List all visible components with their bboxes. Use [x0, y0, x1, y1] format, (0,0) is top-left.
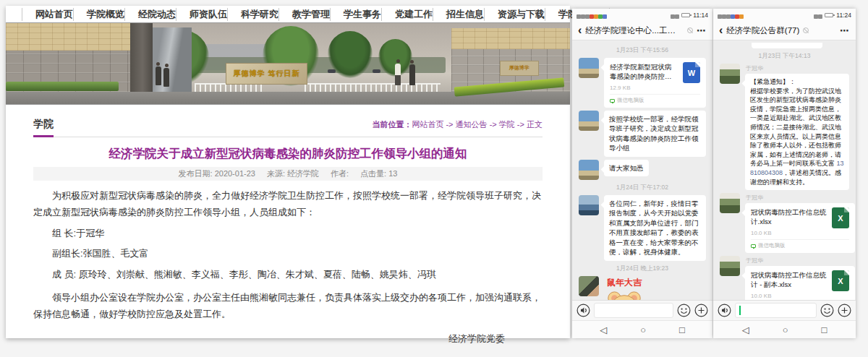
battery-icon — [825, 13, 833, 17]
file-name: 冠状病毒防控工作信息统计.xlsx — [751, 207, 827, 228]
chat-header: ‹ 经济学院公告群(77) ⋯ — [713, 21, 856, 40]
wechat-pc-icon — [751, 244, 756, 248]
nav-back-icon[interactable]: ◁ — [742, 324, 749, 335]
file-name: 经济学院新型冠状病毒感染的肺炎防控工作领导... — [610, 62, 678, 83]
emoji-icon[interactable] — [820, 304, 834, 317]
file-source: 微信电脑版 — [617, 97, 644, 104]
section-header: 学院 当前位置：网站首页 -> 通知公告 -> 学院 -> 正文 — [33, 118, 542, 137]
avatar[interactable] — [579, 111, 599, 131]
nav-item-news[interactable]: 经院动态 — [124, 8, 176, 21]
sender-name: 于冠华 — [746, 194, 763, 202]
date-divider: 1月23日 下午14:13 — [720, 52, 849, 61]
nav-back-icon[interactable]: ◁ — [600, 324, 607, 335]
article-body: 为积极应对新型冠状病毒感染的肺炎，全力做好经济学院卫生防控工作，按照学校统一部署… — [33, 187, 542, 357]
file-source: 微信电脑版 — [758, 242, 786, 249]
avatar[interactable] — [579, 160, 599, 180]
article-area: 学院 当前位置：网站首页 -> 通知公告 -> 学院 -> 正文 经济学院关于成… — [6, 118, 570, 357]
chat-header: ‹ 经济学院理论中心...工作群2020(14) ⋯ — [572, 21, 712, 40]
avatar[interactable] — [720, 64, 740, 84]
more-icon[interactable]: ⋯ — [697, 25, 707, 36]
wechat-work-group-screenshot: 11:14 ‹ 经济学院理论中心...工作群2020(14) ⋯ 1月23日 下… — [572, 9, 712, 338]
file-card[interactable]: 冠状病毒防控工作信息统计.xlsx X 10.0 KB 微信电脑版 — [745, 203, 855, 253]
nav-item-research[interactable]: 科学研究 — [227, 8, 278, 21]
publish-date: 2020-01-23 — [215, 169, 255, 178]
avatar[interactable] — [579, 58, 599, 78]
deputy-line: 副组长:张国胜、毛文富 — [33, 245, 542, 262]
nav-home-icon[interactable]: ○ — [640, 324, 646, 335]
avatar[interactable] — [720, 256, 740, 276]
chat-messages[interactable]: 1月23日 下午14:13 于冠华 【紧急通知】： 根据学校要求，为了防控武汉地… — [713, 40, 856, 300]
nav-item-overview[interactable]: 学院概览 — [73, 8, 124, 21]
members-line: 成 员: 原玲玲、刘崇献、熊湘敏、李义福、李彤、陶冶、朱才斌、夏蓓、陆畅、姚昊炜… — [33, 266, 542, 283]
nav-item-faculty[interactable]: 师资队伍 — [176, 8, 227, 21]
nav-item-home[interactable]: 网站首页 — [22, 8, 73, 21]
nav-item-student-affairs[interactable]: 学生事务 — [330, 8, 381, 21]
gate-sign-text: 厚德博学 笃行日新 — [234, 69, 300, 79]
file-card[interactable]: 经济学院新型冠状病毒感染的肺炎防控工作领导... W 12.9 KB 微信电脑版 — [604, 58, 706, 108]
mute-icon — [687, 27, 693, 33]
college-website-window: 网站首页 学院概览 经院动态 师资队伍 科学研究 教学管理 学生事务 党建工作 … — [6, 6, 570, 338]
signature: 经济学院党委 — [33, 330, 542, 347]
nav-recents-icon[interactable]: □ — [679, 324, 685, 335]
plus-icon[interactable] — [838, 304, 851, 317]
breadcrumb[interactable]: 当前位置：网站首页 -> 通知公告 -> 学院 -> 正文 — [372, 119, 542, 130]
previous-bubble-edge — [752, 43, 822, 48]
more-icon[interactable]: ⋯ — [840, 25, 850, 36]
voice-icon[interactable] — [576, 304, 590, 317]
message-bubble: 各位同仁，新年好，疫情日零报告制度，从今天开始以党委和直属支部为单位进行，部门不… — [604, 195, 706, 261]
avatar[interactable] — [579, 195, 599, 215]
avatar[interactable] — [579, 276, 599, 296]
file-card[interactable]: 冠状病毒防控工作信息统计 - 副本.xlsx X 10.0 KB 微信电脑版 — [745, 266, 855, 300]
status-icons-right — [671, 9, 679, 22]
android-nav-bar: ◁ ○ □ — [572, 320, 712, 338]
emoji-icon[interactable] — [677, 304, 691, 317]
nav-item-teaching[interactable]: 教学管理 — [278, 8, 330, 21]
section-title: 学院 — [33, 118, 54, 131]
wechat-announcement-group-screenshot: 11:24 ‹ 经济学院公告群(77) ⋯ 1月23日 下午14:13 于冠华 … — [713, 9, 856, 338]
rat-sticker-image[interactable] — [604, 290, 644, 300]
nav-home-icon[interactable]: ○ — [783, 324, 788, 335]
text-message: 各位同仁，新年好，疫情日零报告制度，从今天开始以党委和直属支部为单位进行，部门不… — [579, 195, 706, 261]
file-size: 10.0 KB — [751, 293, 849, 299]
message-input[interactable] — [735, 303, 817, 318]
android-nav-bar: ◁ ○ □ — [713, 320, 856, 338]
status-icons-left — [576, 9, 607, 22]
paragraph: 领导小组办公室设在学院办公室，办公室主任由熊湘敏同志兼任，负责具体落实上级交办的… — [33, 289, 542, 323]
status-icons-left — [718, 9, 744, 22]
plus-icon[interactable] — [694, 304, 708, 317]
chat-title: 经济学院理论中心...工作群2020(14) — [585, 25, 684, 36]
message-bubble: 请大家知悉 — [604, 160, 649, 176]
chat-input-bar — [572, 300, 712, 320]
nav-item-downloads[interactable]: 资源与下载 — [484, 8, 545, 21]
screenshot-canvas: 网站首页 学院概览 经院动态 师资队伍 科学研究 教学管理 学生事务 党建工作 … — [0, 0, 868, 357]
date-divider: 1月24日 下午17:02 — [579, 184, 706, 192]
date-divider: 1月23日 下午15:56 — [579, 46, 706, 55]
sender-name: 于冠华 — [746, 64, 763, 72]
paragraph: 为积极应对新型冠状病毒感染的肺炎，全力做好经济学院卫生防控工作，按照学校统一部署… — [33, 187, 542, 221]
status-bar: 11:14 — [572, 9, 712, 21]
white-fence — [305, 83, 440, 92]
word-file-icon: W — [683, 62, 700, 83]
voice-icon[interactable] — [718, 304, 731, 317]
text-message: 于冠华 【紧急通知】： 根据学校要求，为了防控武汉地区发生的新型冠状病毒感染肺炎… — [720, 64, 849, 190]
sticker-caption: 鼠年大吉 — [607, 277, 642, 289]
back-icon[interactable]: ‹ — [578, 25, 582, 36]
file-message: 于冠华 冠状病毒防控工作信息统计 - 副本.xlsx X 10.0 KB 微信电… — [720, 256, 849, 300]
back-icon[interactable]: ‹ — [719, 25, 723, 36]
mute-icon — [803, 27, 809, 33]
battery-icon — [681, 13, 690, 17]
chat-messages[interactable]: 1月23日 下午15:56 经济学院新型冠状病毒感染的肺炎防控工作领导... W… — [572, 40, 712, 300]
article-meta: 发布日期: 2020-01-23 来源: 经济学院 作者: 点击量: 13 — [33, 167, 542, 181]
message-input[interactable] — [594, 303, 673, 318]
file-message: 于冠华 冠状病毒防控工作信息统计.xlsx X 10.0 KB 微信电脑版 — [720, 193, 849, 253]
stone-sign: 厚德博学 笃行日新 — [226, 63, 307, 85]
file-size: 10.0 KB — [751, 230, 849, 236]
gate-pillar — [130, 23, 153, 95]
status-time: 11:24 — [836, 12, 851, 19]
nav-recents-icon[interactable]: □ — [822, 324, 827, 335]
nav-item-admissions[interactable]: 招生信息 — [433, 8, 484, 21]
nav-item-party[interactable]: 党建工作 — [381, 8, 433, 21]
status-time: 11:14 — [693, 12, 708, 19]
sender-name: 于冠华 — [746, 257, 763, 264]
avatar[interactable] — [720, 193, 740, 213]
